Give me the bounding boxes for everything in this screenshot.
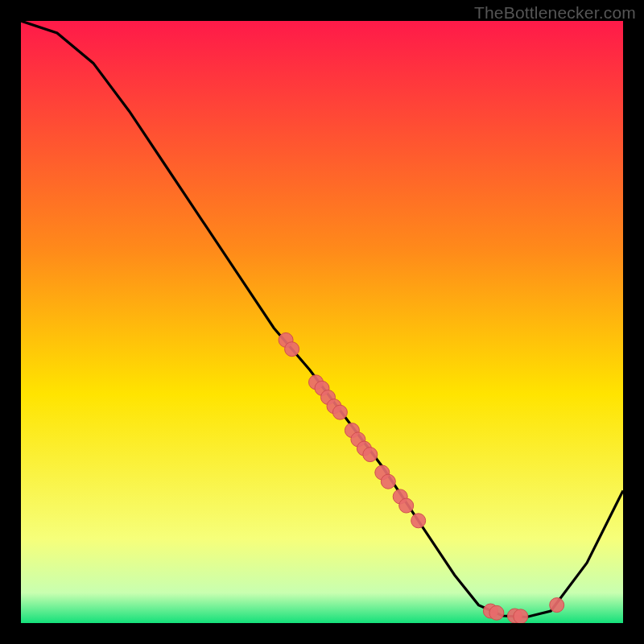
data-marker bbox=[489, 605, 504, 620]
data-marker bbox=[411, 514, 426, 528]
data-marker bbox=[332, 405, 347, 419]
attribution-text: TheBottlenecker.com bbox=[474, 3, 636, 23]
data-marker bbox=[399, 498, 414, 513]
data-marker bbox=[285, 342, 299, 357]
bottleneck-chart bbox=[21, 21, 623, 623]
chart-frame bbox=[21, 21, 623, 623]
data-marker bbox=[363, 448, 378, 462]
data-marker bbox=[381, 474, 395, 489]
gradient-background bbox=[21, 21, 623, 623]
data-marker bbox=[550, 598, 564, 613]
data-marker bbox=[514, 609, 528, 623]
